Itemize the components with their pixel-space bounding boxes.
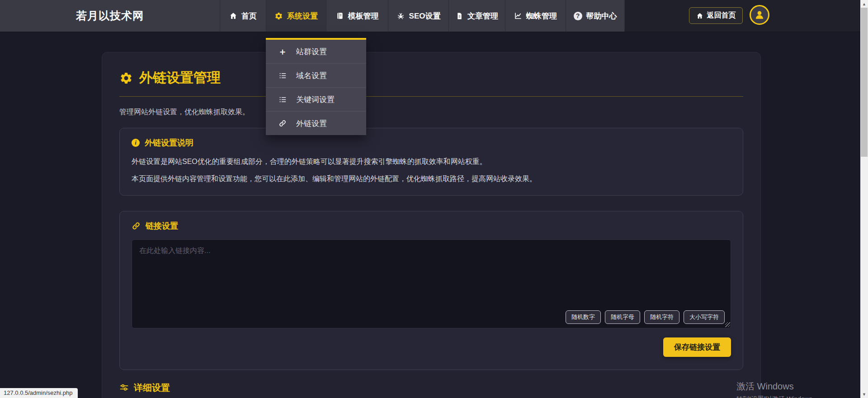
save-row: 保存链接设置 [132, 337, 731, 357]
page-subtitle: 管理网站外链设置，优化蜘蛛抓取效果。 [119, 108, 743, 117]
nav-item-label: 蜘蛛管理 [526, 11, 557, 21]
info-icon: i [132, 139, 140, 147]
info-panel-title-row: i 外链设置说明 [132, 137, 731, 148]
nav-item-label: 文章管理 [467, 11, 498, 21]
scroll-up-arrow[interactable]: ▲ [860, 0, 868, 8]
dropdown-item-label: 站群设置 [296, 47, 327, 57]
back-home-button[interactable]: 返回首页 [689, 7, 743, 24]
vertical-scrollbar[interactable]: ▲ ▼ [860, 0, 868, 398]
dropdown-item-outlink[interactable]: 外链设置 [266, 112, 366, 135]
nav-item-seo[interactable]: SEO设置 [388, 0, 449, 32]
user-avatar[interactable] [750, 5, 769, 25]
info-paragraph: 外链设置是网站SEO优化的重要组成部分，合理的外链策略可以显著提升搜索引擎蜘蛛的… [132, 156, 731, 167]
browser-status-bar: 127.0.0.5/admin/sezhi.php [0, 388, 78, 398]
nav-item-label: 帮助中心 [586, 11, 617, 21]
link-icon [278, 119, 288, 127]
link-icon [132, 221, 141, 230]
windows-activation-watermark: 激活 Windows 转到“设置”以激活 Windows [736, 380, 812, 398]
link-settings-panel: 链接设置 随机数字 随机字母 随机字符 大小写字符 保存链接设置 [119, 211, 743, 370]
dropdown-item-domain[interactable]: 域名设置 [266, 64, 366, 88]
detail-section-title: 详细设置 [134, 382, 170, 394]
list-icon [278, 95, 288, 104]
home-icon [229, 12, 237, 20]
nav-strip: 若月以技术网 首页 系统设置 模板管理 SEO设置 [0, 0, 625, 32]
link-textarea-wrapper: 随机数字 随机字母 随机字符 大小写字符 [132, 239, 731, 328]
detail-section-title-row: 详细设置 [119, 382, 743, 394]
textarea-resize-grip[interactable] [725, 322, 730, 327]
nav-item-home[interactable]: 首页 [220, 0, 266, 32]
dropdown-item-label: 外链设置 [296, 118, 327, 129]
scrollbar-thumb[interactable] [861, 8, 868, 157]
info-panel-title: 外链设置说明 [145, 137, 193, 148]
main-content-card: 外链设置管理 管理网站外链设置，优化蜘蛛抓取效果。 i 外链设置说明 外链设置是… [102, 52, 761, 398]
save-link-settings-button[interactable]: 保存链接设置 [663, 337, 731, 357]
dropdown-item-label: 域名设置 [296, 70, 327, 81]
top-navbar: 若月以技术网 首页 系统设置 模板管理 SEO设置 [0, 0, 868, 32]
nav-item-article[interactable]: 文章管理 [449, 0, 505, 32]
person-icon [754, 9, 765, 21]
link-panel-title: 链接设置 [146, 220, 178, 231]
home-icon [696, 12, 703, 19]
dropdown-item-sitegroup[interactable]: ＋ 站群设置 [266, 40, 366, 64]
link-panel-title-row: 链接设置 [132, 220, 731, 231]
article-icon [456, 12, 463, 20]
nav-item-spider-manage[interactable]: 蜘蛛管理 [505, 0, 566, 32]
dropdown-item-label: 关键词设置 [296, 94, 335, 105]
mixed-case-button[interactable]: 大小写字符 [684, 310, 725, 324]
info-panel: i 外链设置说明 外链设置是网站SEO优化的重要组成部分，合理的外链策略可以显著… [119, 128, 743, 196]
chart-icon [514, 12, 522, 20]
watermark-line2: 转到“设置”以激活 Windows [736, 395, 812, 398]
nav-item-label: 系统设置 [287, 11, 318, 21]
template-icon [336, 12, 344, 20]
list-icon [278, 71, 288, 80]
spider-icon [396, 12, 405, 20]
nav-item-system-settings[interactable]: 系统设置 [266, 0, 326, 32]
nav-item-label: 模板管理 [348, 11, 379, 21]
gear-icon [119, 71, 133, 85]
random-number-button[interactable]: 随机数字 [566, 310, 601, 324]
gear-icon [274, 12, 283, 20]
sliders-icon [119, 383, 129, 393]
random-char-button[interactable]: 随机字符 [644, 310, 679, 324]
nav-item-label: 首页 [241, 11, 257, 21]
page-title: 外链设置管理 [139, 69, 221, 87]
back-home-label: 返回首页 [707, 11, 736, 20]
random-letter-button[interactable]: 随机字母 [605, 310, 640, 324]
info-paragraph: 本页面提供外链内容管理和设置功能，您可以在此添加、编辑和管理网站的外链配置，优化… [132, 173, 731, 184]
help-icon: ? [574, 12, 582, 20]
watermark-line1: 激活 Windows [736, 380, 812, 393]
quick-insert-buttons: 随机数字 随机字母 随机字符 大小写字符 [566, 310, 725, 324]
nav-item-label: SEO设置 [409, 11, 441, 21]
nav-item-template[interactable]: 模板管理 [326, 0, 388, 32]
site-logo: 若月以技术网 [0, 0, 220, 32]
system-settings-dropdown: ＋ 站群设置 域名设置 关键词设置 外链设置 [266, 38, 366, 135]
nav-item-help[interactable]: ? 帮助中心 [566, 0, 625, 32]
dropdown-item-keyword[interactable]: 关键词设置 [266, 88, 366, 112]
page-title-row: 外链设置管理 [119, 69, 743, 97]
plus-icon: ＋ [278, 47, 288, 56]
scroll-down-arrow[interactable]: ▼ [860, 390, 868, 398]
